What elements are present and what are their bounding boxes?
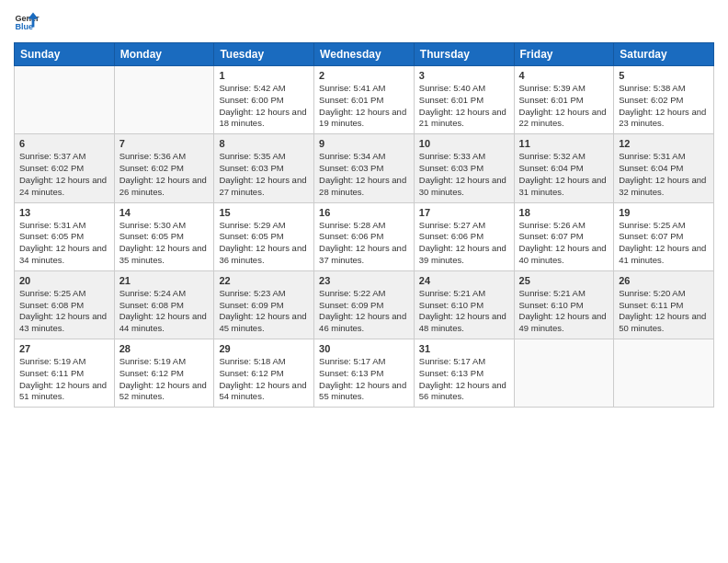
day-number: 10	[419, 138, 509, 149]
day-number: 11	[519, 138, 609, 149]
day-number: 24	[419, 275, 509, 286]
calendar-cell: 16Sunrise: 5:28 AM Sunset: 6:06 PM Dayli…	[314, 202, 415, 270]
cell-content: Sunrise: 5:41 AM Sunset: 6:01 PM Dayligh…	[319, 83, 409, 130]
calendar-cell: 26Sunrise: 5:20 AM Sunset: 6:11 PM Dayli…	[614, 270, 714, 339]
calendar-cell	[614, 339, 714, 408]
cell-content: Sunrise: 5:22 AM Sunset: 6:09 PM Dayligh…	[319, 288, 409, 335]
cell-content: Sunrise: 5:39 AM Sunset: 6:01 PM Dayligh…	[519, 83, 609, 130]
day-number: 28	[119, 343, 210, 354]
calendar-cell: 29Sunrise: 5:18 AM Sunset: 6:12 PM Dayli…	[214, 339, 314, 408]
calendar-table: SundayMondayTuesdayWednesdayThursdayFrid…	[14, 42, 714, 408]
calendar-cell: 3Sunrise: 5:40 AM Sunset: 6:01 PM Daylig…	[414, 66, 514, 134]
calendar-cell: 4Sunrise: 5:39 AM Sunset: 6:01 PM Daylig…	[514, 66, 614, 134]
calendar-cell: 25Sunrise: 5:21 AM Sunset: 6:10 PM Dayli…	[514, 270, 614, 339]
cell-content: Sunrise: 5:30 AM Sunset: 6:05 PM Dayligh…	[119, 220, 210, 267]
cell-content: Sunrise: 5:24 AM Sunset: 6:08 PM Dayligh…	[119, 288, 210, 335]
calendar-cell: 6Sunrise: 5:37 AM Sunset: 6:02 PM Daylig…	[15, 134, 115, 202]
calendar-cell: 5Sunrise: 5:38 AM Sunset: 6:02 PM Daylig…	[614, 66, 714, 134]
svg-text:Blue: Blue	[15, 22, 33, 31]
calendar-cell: 15Sunrise: 5:29 AM Sunset: 6:05 PM Dayli…	[214, 202, 314, 270]
calendar-cell: 31Sunrise: 5:17 AM Sunset: 6:13 PM Dayli…	[414, 339, 514, 408]
weekday-header-friday: Friday	[514, 43, 614, 66]
calendar-cell: 28Sunrise: 5:19 AM Sunset: 6:12 PM Dayli…	[114, 339, 214, 408]
day-number: 15	[219, 207, 309, 218]
cell-content: Sunrise: 5:26 AM Sunset: 6:07 PM Dayligh…	[519, 220, 609, 267]
calendar-cell: 17Sunrise: 5:27 AM Sunset: 6:06 PM Dayli…	[414, 202, 514, 270]
cell-content: Sunrise: 5:31 AM Sunset: 6:04 PM Dayligh…	[619, 151, 709, 198]
cell-content: Sunrise: 5:17 AM Sunset: 6:13 PM Dayligh…	[419, 356, 509, 403]
day-number: 19	[619, 207, 709, 218]
calendar-cell: 8Sunrise: 5:35 AM Sunset: 6:03 PM Daylig…	[214, 134, 314, 202]
day-number: 21	[119, 275, 210, 286]
weekday-header-sunday: Sunday	[15, 43, 115, 66]
weekday-header-monday: Monday	[114, 43, 214, 66]
calendar-cell: 21Sunrise: 5:24 AM Sunset: 6:08 PM Dayli…	[114, 270, 214, 339]
week-row-5: 27Sunrise: 5:19 AM Sunset: 6:11 PM Dayli…	[15, 339, 714, 408]
cell-content: Sunrise: 5:36 AM Sunset: 6:02 PM Dayligh…	[119, 151, 210, 198]
weekday-header-wednesday: Wednesday	[314, 43, 415, 66]
cell-content: Sunrise: 5:17 AM Sunset: 6:13 PM Dayligh…	[319, 356, 409, 403]
cell-content: Sunrise: 5:25 AM Sunset: 6:08 PM Dayligh…	[19, 288, 109, 335]
day-number: 18	[519, 207, 609, 218]
day-number: 6	[19, 138, 109, 149]
calendar-cell	[114, 66, 214, 134]
logo-icon: General Blue	[14, 9, 40, 35]
week-row-4: 20Sunrise: 5:25 AM Sunset: 6:08 PM Dayli…	[15, 270, 714, 339]
day-number: 16	[319, 207, 409, 218]
day-number: 26	[619, 275, 709, 286]
cell-content: Sunrise: 5:34 AM Sunset: 6:03 PM Dayligh…	[319, 151, 409, 198]
day-number: 22	[219, 275, 309, 286]
page-header: General Blue	[14, 9, 714, 35]
cell-content: Sunrise: 5:38 AM Sunset: 6:02 PM Dayligh…	[619, 83, 709, 130]
cell-content: Sunrise: 5:37 AM Sunset: 6:02 PM Dayligh…	[19, 151, 109, 198]
cell-content: Sunrise: 5:21 AM Sunset: 6:10 PM Dayligh…	[519, 288, 609, 335]
cell-content: Sunrise: 5:23 AM Sunset: 6:09 PM Dayligh…	[219, 288, 309, 335]
cell-content: Sunrise: 5:28 AM Sunset: 6:06 PM Dayligh…	[319, 220, 409, 267]
weekday-header-row: SundayMondayTuesdayWednesdayThursdayFrid…	[15, 43, 714, 66]
calendar-cell: 9Sunrise: 5:34 AM Sunset: 6:03 PM Daylig…	[314, 134, 415, 202]
day-number: 8	[219, 138, 309, 149]
weekday-header-tuesday: Tuesday	[214, 43, 314, 66]
calendar-cell: 20Sunrise: 5:25 AM Sunset: 6:08 PM Dayli…	[15, 270, 115, 339]
calendar-cell: 18Sunrise: 5:26 AM Sunset: 6:07 PM Dayli…	[514, 202, 614, 270]
cell-content: Sunrise: 5:18 AM Sunset: 6:12 PM Dayligh…	[219, 356, 309, 403]
logo: General Blue	[14, 9, 40, 35]
cell-content: Sunrise: 5:35 AM Sunset: 6:03 PM Dayligh…	[219, 151, 309, 198]
calendar-cell: 10Sunrise: 5:33 AM Sunset: 6:03 PM Dayli…	[414, 134, 514, 202]
day-number: 23	[319, 275, 409, 286]
cell-content: Sunrise: 5:27 AM Sunset: 6:06 PM Dayligh…	[419, 220, 509, 267]
cell-content: Sunrise: 5:33 AM Sunset: 6:03 PM Dayligh…	[419, 151, 509, 198]
calendar-cell	[514, 339, 614, 408]
day-number: 29	[219, 343, 309, 354]
cell-content: Sunrise: 5:32 AM Sunset: 6:04 PM Dayligh…	[519, 151, 609, 198]
day-number: 25	[519, 275, 609, 286]
cell-content: Sunrise: 5:20 AM Sunset: 6:11 PM Dayligh…	[619, 288, 709, 335]
day-number: 31	[419, 343, 509, 354]
day-number: 14	[119, 207, 210, 218]
week-row-3: 13Sunrise: 5:31 AM Sunset: 6:05 PM Dayli…	[15, 202, 714, 270]
week-row-1: 1Sunrise: 5:42 AM Sunset: 6:00 PM Daylig…	[15, 66, 714, 134]
calendar-cell: 7Sunrise: 5:36 AM Sunset: 6:02 PM Daylig…	[114, 134, 214, 202]
calendar-cell: 30Sunrise: 5:17 AM Sunset: 6:13 PM Dayli…	[314, 339, 415, 408]
calendar-cell: 13Sunrise: 5:31 AM Sunset: 6:05 PM Dayli…	[15, 202, 115, 270]
calendar-cell: 2Sunrise: 5:41 AM Sunset: 6:01 PM Daylig…	[314, 66, 415, 134]
cell-content: Sunrise: 5:42 AM Sunset: 6:00 PM Dayligh…	[219, 83, 309, 130]
calendar-cell: 1Sunrise: 5:42 AM Sunset: 6:00 PM Daylig…	[214, 66, 314, 134]
cell-content: Sunrise: 5:29 AM Sunset: 6:05 PM Dayligh…	[219, 220, 309, 267]
cell-content: Sunrise: 5:25 AM Sunset: 6:07 PM Dayligh…	[619, 220, 709, 267]
cell-content: Sunrise: 5:19 AM Sunset: 6:11 PM Dayligh…	[19, 356, 109, 403]
week-row-2: 6Sunrise: 5:37 AM Sunset: 6:02 PM Daylig…	[15, 134, 714, 202]
day-number: 20	[19, 275, 109, 286]
day-number: 3	[419, 70, 509, 81]
calendar-cell: 12Sunrise: 5:31 AM Sunset: 6:04 PM Dayli…	[614, 134, 714, 202]
calendar-cell: 19Sunrise: 5:25 AM Sunset: 6:07 PM Dayli…	[614, 202, 714, 270]
day-number: 5	[619, 70, 709, 81]
day-number: 1	[219, 70, 309, 81]
calendar-cell: 27Sunrise: 5:19 AM Sunset: 6:11 PM Dayli…	[15, 339, 115, 408]
calendar-cell: 24Sunrise: 5:21 AM Sunset: 6:10 PM Dayli…	[414, 270, 514, 339]
day-number: 13	[19, 207, 109, 218]
day-number: 4	[519, 70, 609, 81]
cell-content: Sunrise: 5:40 AM Sunset: 6:01 PM Dayligh…	[419, 83, 509, 130]
cell-content: Sunrise: 5:21 AM Sunset: 6:10 PM Dayligh…	[419, 288, 509, 335]
day-number: 7	[119, 138, 210, 149]
